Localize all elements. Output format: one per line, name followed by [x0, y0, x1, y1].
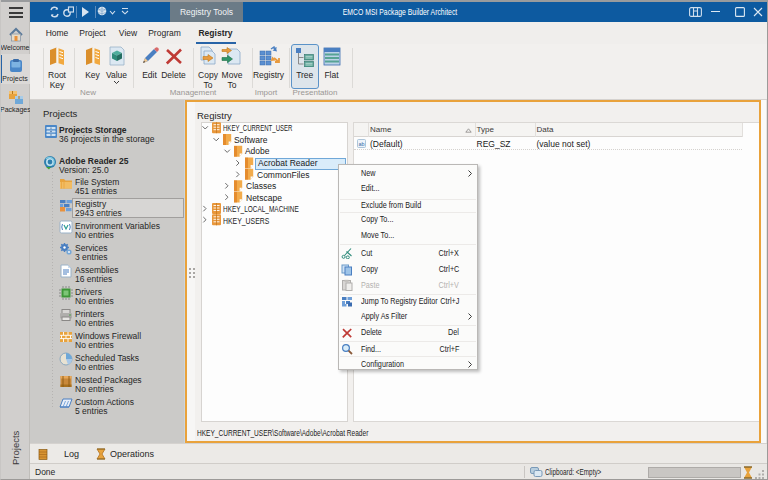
svg-text:ab: ab	[358, 141, 364, 147]
